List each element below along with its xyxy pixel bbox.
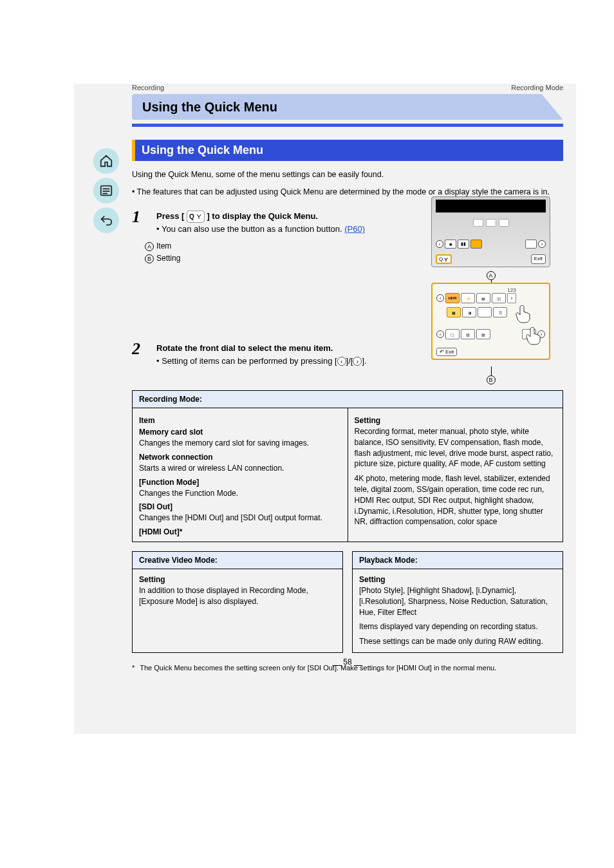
mini-icon-3 bbox=[470, 240, 482, 249]
right-arrow-icon: › bbox=[538, 240, 546, 248]
callout-a-icon: A bbox=[145, 242, 154, 251]
step-1-number: 1 bbox=[132, 207, 150, 227]
creative-video-table: Creative Video Mode: Setting In addition… bbox=[132, 551, 343, 653]
breadcrumb-left: Recording bbox=[132, 84, 164, 91]
menu-item-5-icon: ▦ bbox=[447, 307, 461, 317]
lcd-exit-button: Exit bbox=[531, 254, 546, 264]
mini-icon-4 bbox=[525, 240, 537, 249]
lcd-q-button: Q bbox=[436, 254, 452, 264]
q-menu-key-icon: Q bbox=[187, 211, 205, 223]
setting-1-icon: ▢ bbox=[445, 329, 460, 339]
menu-item-8-icon: ☰ bbox=[493, 307, 507, 317]
menu-item-7-icon bbox=[478, 307, 492, 317]
rec-setting-label-head: Setting bbox=[355, 416, 557, 425]
menu-right-arrow-icon: 123› bbox=[507, 293, 516, 303]
home-icon[interactable] bbox=[93, 148, 119, 174]
menu-icon[interactable] bbox=[93, 178, 119, 203]
page-number: 58 bbox=[333, 657, 363, 666]
playback-mode-table: Playback Mode: Setting [Photo Style], [H… bbox=[352, 551, 563, 653]
mini-icon-2: ▮▮ bbox=[458, 240, 469, 249]
title-underline bbox=[132, 124, 563, 127]
menu-item-hdr-icon: HDR bbox=[445, 293, 460, 303]
right-arrow-inline-icon: › bbox=[353, 357, 362, 366]
page-title: Using the Quick Menu bbox=[132, 94, 563, 120]
left-arrow-inline-icon: ‹ bbox=[337, 357, 346, 366]
breadcrumb-right: Recording Mode bbox=[511, 84, 563, 91]
menu-item-card-icon: ▤ bbox=[476, 293, 490, 303]
menu-item-6-icon: ◑ bbox=[462, 307, 476, 317]
lcd-callout-b-icon: B bbox=[487, 375, 496, 384]
rec-item-label-head: Item bbox=[139, 416, 341, 425]
section-heading: Using the Quick Menu bbox=[132, 140, 563, 161]
menu-exit-button: ↶ Exit bbox=[436, 348, 457, 356]
hand-pointer-icon-2 bbox=[523, 325, 544, 346]
setting-left-arrow-icon: ‹ bbox=[436, 330, 444, 338]
setting-2-icon: ▥ bbox=[461, 329, 475, 339]
lcd-top-screen: ‹ ■ ▮▮ › Q Exit bbox=[431, 196, 550, 267]
lcd-illustration: ‹ ■ ▮▮ › Q Exit A ‹ HDR bbox=[431, 196, 550, 360]
recording-mode-table: Recording Mode: Item Memory card slot Ch… bbox=[132, 390, 563, 542]
back-icon[interactable] bbox=[93, 207, 119, 233]
left-arrow-icon: ‹ bbox=[436, 240, 443, 248]
menu-left-arrow-icon: ‹ bbox=[436, 294, 444, 302]
page-ref-link[interactable]: (P60) bbox=[344, 224, 365, 234]
mini-icon-1: ■ bbox=[445, 240, 456, 249]
intro-text: Using the Quick Menu, some of the menu s… bbox=[132, 169, 563, 181]
setting-3-icon: ▨ bbox=[476, 329, 490, 339]
hand-pointer-icon-1 bbox=[513, 303, 534, 324]
lcd-menu-screen: ‹ HDR ⚡ ▤ ▯▯ 123› ▦ ◑ ☰ ‹ ▢ ▥ bbox=[431, 283, 550, 360]
menu-item-flash-icon: ⚡ bbox=[461, 293, 475, 303]
recording-mode-header: Recording Mode: bbox=[133, 391, 563, 408]
lcd-callout-a-icon: A bbox=[487, 271, 496, 280]
menu-item-drive-icon: ▯▯ bbox=[492, 293, 506, 303]
callout-b-icon: B bbox=[145, 254, 154, 263]
step-2-number: 2 bbox=[132, 339, 150, 359]
